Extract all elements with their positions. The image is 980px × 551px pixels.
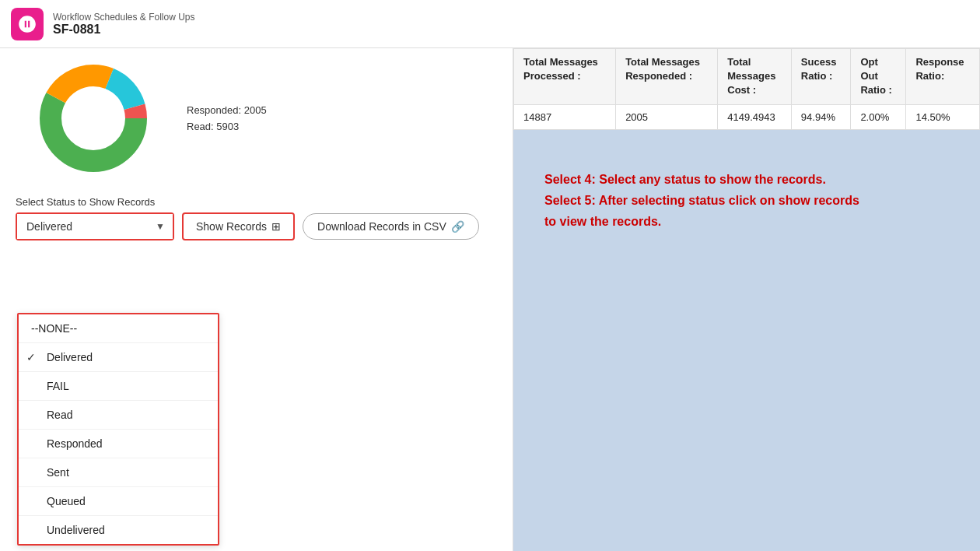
dropdown-option-sent[interactable]: Sent: [19, 458, 218, 487]
workflow-icon: [17, 14, 37, 34]
status-section: Select Status to Show Records --NONE-- D…: [16, 196, 497, 240]
app-icon: [11, 8, 44, 40]
col-messages-responded: Total MessagesResponeded :: [616, 49, 718, 105]
col-response-ratio: ResponseRatio:: [906, 49, 980, 105]
stats-table: Total MessagesProcessed : Total Messages…: [513, 48, 980, 130]
left-panel: Responded: 2005 Read: 5903 Select Status…: [0, 48, 513, 551]
dropdown-option-undelivered[interactable]: Undelivered: [19, 516, 218, 544]
status-section-label: Select Status to Show Records: [16, 196, 497, 208]
app-title: SF-0881: [53, 23, 195, 37]
dropdown-option-delivered[interactable]: Delivered: [19, 343, 218, 372]
cell-response-ratio: 14.50%: [906, 104, 980, 129]
cell-success-ratio: 94.94%: [791, 104, 851, 129]
read-chart-label: Read: 5903: [187, 121, 267, 132]
cell-messages-responded: 2005: [616, 104, 718, 129]
stats-table-container: Total MessagesProcessed : Total Messages…: [513, 48, 980, 130]
instruction-area: Select 4: Select any status to show the …: [513, 130, 980, 551]
show-records-button[interactable]: Show Records ⊞: [182, 212, 295, 240]
dropdown-option-fail[interactable]: FAIL: [19, 372, 218, 401]
status-dropdown-menu[interactable]: --NONE-- Delivered FAIL Read Responded S…: [17, 313, 219, 546]
col-messages-processed: Total MessagesProcessed :: [514, 49, 616, 105]
header-text-block: Workflow Schedules & Follow Ups SF-0881: [53, 12, 195, 37]
col-opt-out-ratio: OptOutRatio :: [851, 49, 906, 105]
col-messages-cost: TotalMessagesCost :: [718, 49, 792, 105]
app-header: Workflow Schedules & Follow Ups SF-0881: [0, 0, 980, 48]
stats-row: 14887 2005 4149.4943 94.94% 2.00% 14.50%: [514, 104, 980, 129]
status-select[interactable]: --NONE-- Delivered FAIL Read Responded S…: [17, 214, 173, 239]
cell-opt-out-ratio: 2.00%: [851, 104, 906, 129]
app-subtitle: Workflow Schedules & Follow Ups: [53, 12, 195, 23]
right-side: Total MessagesProcessed : Total Messages…: [513, 48, 980, 551]
status-select-wrapper[interactable]: --NONE-- Delivered FAIL Read Responded S…: [16, 212, 174, 240]
controls-row: --NONE-- Delivered FAIL Read Responded S…: [16, 212, 497, 240]
dropdown-option-queued[interactable]: Queued: [19, 487, 218, 516]
dropdown-option-responded[interactable]: Responded: [19, 430, 218, 458]
download-csv-button[interactable]: Download Records in CSV 🔗: [303, 213, 479, 240]
donut-svg: [16, 60, 171, 177]
dropdown-option-none[interactable]: --NONE--: [19, 314, 218, 343]
instruction-block: Select 4: Select any status to show the …: [544, 169, 859, 233]
donut-chart: [16, 60, 171, 177]
main-content: Responded: 2005 Read: 5903 Select Status…: [0, 48, 980, 551]
dropdown-option-read[interactable]: Read: [19, 401, 218, 430]
instruction-line-2: Select 5: After selecting status click o…: [544, 190, 859, 211]
grid-icon: ⊞: [271, 220, 281, 233]
svg-point-4: [62, 87, 124, 149]
col-success-ratio: SucessRatio :: [791, 49, 851, 105]
instruction-line-3: to view the records.: [544, 211, 859, 232]
chart-area: Responded: 2005 Read: 5903: [16, 56, 497, 181]
cell-messages-processed: 14887: [514, 104, 616, 129]
responded-label: Responded: 2005: [187, 104, 267, 116]
instruction-line-1: Select 4: Select any status to show the …: [544, 169, 859, 190]
link-icon: 🔗: [451, 220, 464, 233]
chart-labels: Responded: 2005 Read: 5903: [187, 104, 267, 132]
cell-messages-cost: 4149.4943: [718, 104, 792, 129]
